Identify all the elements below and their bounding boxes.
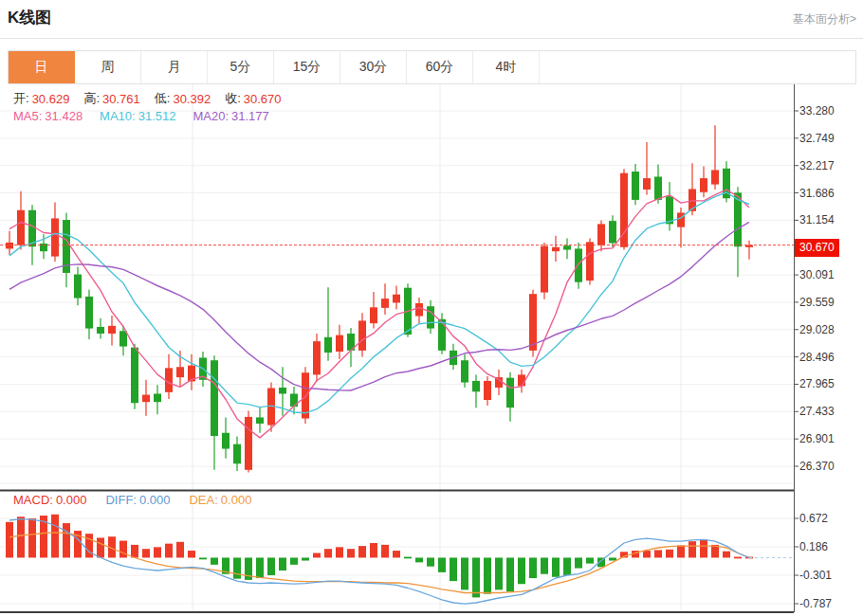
open-price-text: 30.629 — [32, 92, 70, 106]
macd-value: MACD:0.000 — [13, 493, 86, 507]
price-axis-tick: 27.965 — [799, 377, 835, 390]
price-axis-tick: 33.280 — [799, 104, 835, 118]
diff-value-text: 0.000 — [139, 493, 171, 507]
period-tab-1[interactable]: 日 — [9, 51, 75, 83]
ma10-value-label: MA10: — [100, 109, 136, 123]
open-price: 开:30.629 — [13, 90, 69, 107]
kline-page: K线图 基本面分析> 日周月5分15分30分60分4时 开:30.629高:30… — [0, 0, 863, 616]
ma20-value: MA20:31.177 — [193, 109, 268, 123]
period-tab-4[interactable]: 5分 — [208, 51, 274, 83]
period-tab-8[interactable]: 4时 — [473, 51, 540, 83]
ma20-value-text: 31.177 — [231, 109, 269, 123]
price-axis-tick: 29.028 — [799, 323, 835, 336]
ma10-value-text: 31.512 — [138, 109, 176, 123]
price-axis-tick: 28.496 — [799, 351, 835, 364]
low-price-text: 30.392 — [173, 92, 211, 106]
macd-value-label: MACD: — [13, 493, 53, 507]
high-price-text: 30.761 — [102, 92, 140, 106]
period-tabbar: 日周月5分15分30分60分4时 — [8, 50, 856, 84]
price-axis-tick: 29.559 — [799, 296, 835, 309]
dea-value-text: 0.000 — [221, 493, 252, 507]
current-price-tag: 30.670 — [795, 239, 839, 257]
dea-value-label: DEA: — [189, 493, 217, 507]
macd-axis-tick: -0.301 — [799, 569, 832, 582]
macd-legend: MACD:0.000DIFF:0.000DEA:0.000 — [13, 493, 251, 507]
header-divider — [0, 38, 863, 39]
open-price-label: 开: — [13, 90, 29, 107]
period-tab-6[interactable]: 30分 — [340, 51, 407, 83]
price-axis-tick: 30.091 — [799, 268, 835, 281]
page-title: K线图 — [8, 7, 51, 28]
price-axis-tick: 26.370 — [799, 460, 835, 473]
ma-legend: MA5:31.428MA10:31.512MA20:31.177 — [13, 109, 269, 123]
ma20-value-label: MA20: — [193, 109, 229, 123]
close-price-text: 30.670 — [244, 92, 282, 106]
fundamental-analysis-link[interactable]: 基本面分析> — [793, 11, 856, 27]
high-price: 高:30.761 — [83, 90, 139, 107]
ma10-value: MA10:31.512 — [100, 109, 175, 123]
price-axis-tick: 26.901 — [799, 432, 835, 445]
close-price-label: 收: — [225, 90, 241, 107]
price-axis-tick: 31.686 — [799, 187, 835, 200]
ma5-value-text: 31.428 — [45, 109, 83, 123]
high-price-label: 高: — [83, 90, 100, 107]
period-tab-2[interactable]: 周 — [75, 51, 141, 83]
period-tab-5[interactable]: 15分 — [274, 51, 340, 83]
close-price: 收:30.670 — [225, 90, 281, 107]
ma5-value: MA5:31.428 — [13, 109, 83, 123]
ma5-value-label: MA5: — [13, 109, 42, 123]
period-tab-7[interactable]: 60分 — [407, 51, 473, 83]
price-axis-tick: 27.433 — [799, 405, 835, 418]
dea-value: DEA:0.000 — [189, 493, 251, 507]
macd-axis-tick: 0.672 — [799, 512, 828, 525]
period-tab-3[interactable]: 月 — [141, 51, 208, 83]
price-axis-tick: 32.749 — [799, 132, 835, 145]
macd-axis-tick: 0.186 — [799, 540, 828, 553]
macd-value-text: 0.000 — [56, 493, 87, 507]
price-axis-tick: 31.154 — [799, 213, 835, 226]
macd-axis-tick: -0.787 — [799, 597, 832, 610]
low-price: 低:30.392 — [155, 90, 211, 107]
low-price-label: 低: — [155, 90, 171, 107]
price-axis-tick: 32.217 — [799, 159, 835, 172]
diff-value: DIFF:0.000 — [105, 493, 170, 507]
ohlc-legend: 开:30.629高:30.761低:30.392收:30.670 — [13, 90, 282, 107]
diff-value-label: DIFF: — [105, 493, 137, 507]
